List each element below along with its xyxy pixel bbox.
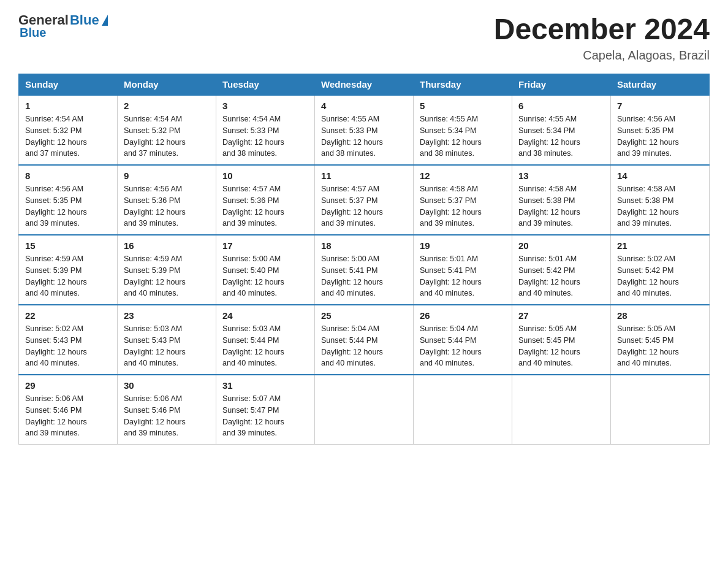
table-row: 6 Sunrise: 4:55 AMSunset: 5:34 PMDayligh… [512,95,611,165]
day-info: Sunrise: 4:58 AMSunset: 5:38 PMDaylight:… [518,183,604,229]
day-number: 20 [518,240,604,251]
day-number: 14 [617,170,703,181]
day-info: Sunrise: 5:03 AMSunset: 5:44 PMDaylight:… [222,323,308,369]
day-info: Sunrise: 5:00 AMSunset: 5:40 PMDaylight:… [222,253,308,299]
day-number: 4 [321,101,407,111]
day-number: 15 [25,240,111,251]
day-number: 17 [222,240,308,251]
day-number: 18 [321,240,407,251]
table-row: 2 Sunrise: 4:54 AMSunset: 5:32 PMDayligh… [118,95,216,165]
day-info: Sunrise: 4:57 AMSunset: 5:36 PMDaylight:… [222,183,308,229]
table-row [512,375,611,445]
day-number: 16 [124,240,210,251]
table-row: 26 Sunrise: 5:04 AMSunset: 5:44 PMDaylig… [414,305,512,375]
day-info: Sunrise: 4:54 AMSunset: 5:32 PMDaylight:… [124,113,210,159]
table-row: 21 Sunrise: 5:02 AMSunset: 5:42 PMDaylig… [611,235,710,305]
day-number: 29 [25,380,111,391]
day-number: 27 [518,310,604,321]
day-number: 26 [420,310,506,321]
day-info: Sunrise: 4:56 AMSunset: 5:36 PMDaylight:… [124,183,210,229]
day-number: 13 [518,170,604,181]
page-header: GeneralBlue Blue December 2024 Capela, A… [18,12,710,63]
week-row-3: 15 Sunrise: 4:59 AMSunset: 5:39 PMDaylig… [19,235,710,305]
calendar-table: Sunday Monday Tuesday Wednesday Thursday… [18,74,710,445]
day-info: Sunrise: 5:00 AMSunset: 5:41 PMDaylight:… [321,253,407,299]
table-row: 30 Sunrise: 5:06 AMSunset: 5:46 PMDaylig… [118,375,216,445]
table-row: 31 Sunrise: 5:07 AMSunset: 5:47 PMDaylig… [216,375,315,445]
table-row: 15 Sunrise: 4:59 AMSunset: 5:39 PMDaylig… [19,235,118,305]
day-info: Sunrise: 5:03 AMSunset: 5:43 PMDaylight:… [124,323,210,369]
table-row: 23 Sunrise: 5:03 AMSunset: 5:43 PMDaylig… [118,305,216,375]
table-row: 3 Sunrise: 4:54 AMSunset: 5:33 PMDayligh… [216,95,315,165]
day-info: Sunrise: 4:58 AMSunset: 5:37 PMDaylight:… [420,183,506,229]
table-row: 9 Sunrise: 4:56 AMSunset: 5:36 PMDayligh… [118,165,216,235]
table-row: 13 Sunrise: 4:58 AMSunset: 5:38 PMDaylig… [512,165,611,235]
day-info: Sunrise: 5:07 AMSunset: 5:47 PMDaylight:… [222,393,308,439]
table-row: 8 Sunrise: 4:56 AMSunset: 5:35 PMDayligh… [19,165,118,235]
day-info: Sunrise: 5:04 AMSunset: 5:44 PMDaylight:… [420,323,506,369]
day-number: 11 [321,170,407,181]
day-number: 9 [124,170,210,181]
day-info: Sunrise: 4:55 AMSunset: 5:34 PMDaylight:… [420,113,506,159]
table-row: 28 Sunrise: 5:05 AMSunset: 5:45 PMDaylig… [611,305,710,375]
day-info: Sunrise: 4:56 AMSunset: 5:35 PMDaylight:… [617,113,703,159]
day-info: Sunrise: 5:05 AMSunset: 5:45 PMDaylight:… [518,323,604,369]
week-row-5: 29 Sunrise: 5:06 AMSunset: 5:46 PMDaylig… [19,375,710,445]
logo: GeneralBlue Blue [18,12,108,40]
table-row: 20 Sunrise: 5:01 AMSunset: 5:42 PMDaylig… [512,235,611,305]
day-info: Sunrise: 5:01 AMSunset: 5:41 PMDaylight:… [420,253,506,299]
table-row: 14 Sunrise: 4:58 AMSunset: 5:38 PMDaylig… [611,165,710,235]
logo-blue-part: Blue [70,12,99,28]
day-info: Sunrise: 5:05 AMSunset: 5:45 PMDaylight:… [617,323,703,369]
day-number: 1 [25,101,111,111]
table-row: 11 Sunrise: 4:57 AMSunset: 5:37 PMDaylig… [315,165,414,235]
table-row: 25 Sunrise: 5:04 AMSunset: 5:44 PMDaylig… [315,305,414,375]
table-row: 4 Sunrise: 4:55 AMSunset: 5:33 PMDayligh… [315,95,414,165]
day-info: Sunrise: 5:01 AMSunset: 5:42 PMDaylight:… [518,253,604,299]
day-info: Sunrise: 5:02 AMSunset: 5:42 PMDaylight:… [617,253,703,299]
table-row: 5 Sunrise: 4:55 AMSunset: 5:34 PMDayligh… [414,95,512,165]
week-row-1: 1 Sunrise: 4:54 AMSunset: 5:32 PMDayligh… [19,95,710,165]
table-row: 29 Sunrise: 5:06 AMSunset: 5:46 PMDaylig… [19,375,118,445]
day-number: 3 [222,101,308,111]
col-saturday: Saturday [611,74,710,96]
table-row: 17 Sunrise: 5:00 AMSunset: 5:40 PMDaylig… [216,235,315,305]
day-number: 21 [617,240,703,251]
day-number: 6 [518,101,604,111]
day-number: 24 [222,310,308,321]
table-row: 16 Sunrise: 4:59 AMSunset: 5:39 PMDaylig… [118,235,216,305]
col-tuesday: Tuesday [216,74,315,96]
day-info: Sunrise: 4:54 AMSunset: 5:33 PMDaylight:… [222,113,308,159]
col-wednesday: Wednesday [315,74,414,96]
col-friday: Friday [512,74,611,96]
table-row [414,375,512,445]
day-info: Sunrise: 4:59 AMSunset: 5:39 PMDaylight:… [124,253,210,299]
table-row: 12 Sunrise: 4:58 AMSunset: 5:37 PMDaylig… [414,165,512,235]
day-info: Sunrise: 4:58 AMSunset: 5:38 PMDaylight:… [617,183,703,229]
col-monday: Monday [118,74,216,96]
day-info: Sunrise: 5:02 AMSunset: 5:43 PMDaylight:… [25,323,111,369]
day-info: Sunrise: 4:55 AMSunset: 5:34 PMDaylight:… [518,113,604,159]
col-sunday: Sunday [19,74,118,96]
day-number: 22 [25,310,111,321]
table-row: 27 Sunrise: 5:05 AMSunset: 5:45 PMDaylig… [512,305,611,375]
day-info: Sunrise: 4:59 AMSunset: 5:39 PMDaylight:… [25,253,111,299]
logo-subtitle: Blue [20,26,46,40]
day-number: 2 [124,101,210,111]
day-info: Sunrise: 4:54 AMSunset: 5:32 PMDaylight:… [25,113,111,159]
day-number: 25 [321,310,407,321]
table-row: 22 Sunrise: 5:02 AMSunset: 5:43 PMDaylig… [19,305,118,375]
logo-triangle-icon [102,15,108,26]
day-info: Sunrise: 4:56 AMSunset: 5:35 PMDaylight:… [25,183,111,229]
day-number: 31 [222,380,308,391]
table-row [315,375,414,445]
header-row: Sunday Monday Tuesday Wednesday Thursday… [19,74,710,96]
day-number: 5 [420,101,506,111]
day-number: 23 [124,310,210,321]
day-number: 19 [420,240,506,251]
day-info: Sunrise: 5:06 AMSunset: 5:46 PMDaylight:… [25,393,111,439]
day-info: Sunrise: 5:06 AMSunset: 5:46 PMDaylight:… [124,393,210,439]
week-row-4: 22 Sunrise: 5:02 AMSunset: 5:43 PMDaylig… [19,305,710,375]
day-number: 7 [617,101,703,111]
day-number: 10 [222,170,308,181]
